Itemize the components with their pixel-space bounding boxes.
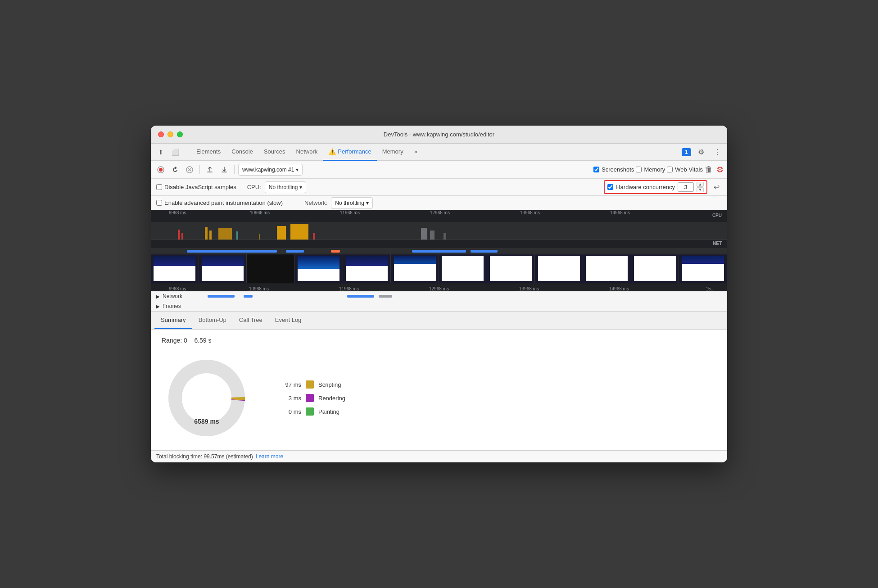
screenshot-7 — [439, 254, 487, 283]
clear-button[interactable] — [183, 163, 196, 176]
network-row: ▶ Network — [151, 291, 727, 301]
blabel-14968: 14968 ms — [609, 286, 629, 291]
tab-summary[interactable]: Summary — [154, 311, 192, 329]
settings-row: Disable JavaScript samples CPU: No throt… — [151, 179, 727, 196]
target-selector[interactable]: www.kapwing.com #1 ▾ — [238, 164, 303, 176]
disable-js-input[interactable] — [156, 184, 162, 190]
screenshot-10 — [583, 254, 631, 283]
net-label-row: NET — [151, 240, 727, 248]
hw-reset-button[interactable]: ↩ — [711, 182, 722, 193]
rendering-label: Rendering — [318, 395, 345, 402]
hw-decrement-button[interactable]: ▼ — [697, 187, 704, 192]
devtools-tab-bar: ⬆ ⬜ Elements Console Sources Network ⚠️ … — [151, 144, 727, 161]
tab-memory[interactable]: Memory — [377, 144, 409, 161]
hw-concurrency-input[interactable] — [678, 182, 694, 192]
tab-console[interactable]: Console — [226, 144, 258, 161]
cpu-bar-8 — [277, 226, 286, 240]
target-label: www.kapwing.com #1 — [242, 167, 294, 173]
web-vitals-checkbox-input[interactable] — [667, 167, 673, 172]
legend-scripting: 97 ms Scripting — [279, 380, 345, 389]
cpu-throttle-select[interactable]: No throttling ▾ — [265, 181, 307, 193]
delete-icon[interactable]: 🗑 — [705, 165, 713, 174]
record-button[interactable] — [154, 163, 167, 176]
network-expand-icon[interactable]: ▶ — [156, 294, 160, 299]
hw-increment-button[interactable]: ▲ — [697, 182, 704, 187]
window-title: DevTools - www.kapwing.com/studio/editor — [384, 131, 494, 138]
scripting-swatch — [306, 380, 314, 389]
settings-row-2: Enable advanced paint instrumentation (s… — [151, 196, 727, 210]
tab-event-log[interactable]: Event Log — [269, 311, 308, 329]
net-mini-1 — [208, 295, 235, 298]
timeline-top-labels: 9968 ms 10968 ms 11968 ms 12968 ms 13968… — [151, 210, 727, 222]
tab-call-tree[interactable]: Call Tree — [233, 311, 269, 329]
cpu-bar-1 — [178, 230, 180, 240]
pie-center-value: 6589 ms — [194, 418, 219, 425]
network-chevron: ▾ — [366, 200, 369, 206]
summary-legend: 97 ms Scripting 3 ms Rendering 0 ms Pain… — [279, 380, 345, 416]
settings-active-icon[interactable]: ⚙ — [716, 165, 724, 175]
painting-swatch — [306, 407, 314, 416]
svg-point-1 — [159, 168, 163, 172]
screenshot-11 — [631, 254, 679, 283]
timeline-bottom-labels: 9968 ms 10968 ms 11968 ms 12968 ms 13968… — [151, 283, 727, 291]
cursor-icon[interactable]: ⬆ — [154, 146, 167, 158]
scripting-value: 97 ms — [279, 381, 301, 388]
status-text: Total blocking time: 99.57ms (estimated) — [156, 453, 253, 460]
tab-performance[interactable]: ⚠️ Performance — [323, 144, 376, 161]
network-throttle-select[interactable]: No throttling ▾ — [331, 197, 373, 209]
hw-concurrency-checkbox[interactable] — [607, 184, 613, 190]
timeline-area: 9968 ms 10968 ms 11968 ms 12968 ms 13968… — [151, 210, 727, 291]
bottom-tab-bar: Summary Bottom-Up Call Tree Event Log — [151, 312, 727, 330]
tab-sources[interactable]: Sources — [258, 144, 291, 161]
enable-paint-checkbox: Enable advanced paint instrumentation (s… — [156, 199, 283, 206]
close-button[interactable] — [158, 131, 164, 137]
net-track-label: NET — [713, 241, 722, 246]
screenshot-8 — [487, 254, 535, 283]
tab-overflow[interactable]: » — [409, 144, 423, 161]
enable-paint-input[interactable] — [156, 200, 162, 206]
more-options-icon[interactable]: ⋮ — [711, 146, 724, 158]
device-icon[interactable]: ⬜ — [169, 146, 181, 158]
minimize-button[interactable] — [167, 131, 173, 137]
label-13968: 13968 ms — [520, 210, 540, 215]
upload-button[interactable] — [204, 163, 216, 176]
main-panel: ▶ Network ▶ Frames — [151, 291, 727, 312]
settings-icon[interactable]: ⚙ — [695, 146, 707, 158]
screenshot-2 — [199, 254, 247, 283]
summary-panel: Range: 0 – 6.59 s 6589 ms 97 ms — [151, 330, 727, 450]
legend-painting: 0 ms Painting — [279, 407, 345, 416]
cpu-bar-7 — [259, 234, 260, 240]
disable-js-label: Disable JavaScript samples — [164, 184, 236, 190]
notification-badge[interactable]: 1 — [682, 148, 691, 156]
rendering-value: 3 ms — [279, 395, 301, 402]
memory-checkbox: Memory — [636, 166, 665, 173]
enable-paint-label: Enable advanced paint instrumentation (s… — [164, 199, 283, 206]
screenshots-checkbox-input[interactable] — [593, 167, 599, 172]
blabel-13968: 13968 ms — [519, 286, 539, 291]
hw-concurrency-row: Hardware concurrency ▲ ▼ ↩ — [604, 180, 722, 194]
download-button[interactable] — [218, 163, 231, 176]
reload-button[interactable] — [169, 163, 181, 176]
tab-network[interactable]: Network — [291, 144, 323, 161]
tab-elements[interactable]: Elements — [191, 144, 226, 161]
label-12968: 12968 ms — [430, 210, 450, 215]
performance-toolbar: www.kapwing.com #1 ▾ Screenshots Memory … — [151, 161, 727, 179]
net-bar-2 — [286, 250, 304, 253]
maximize-button[interactable] — [177, 131, 183, 137]
screenshots-label: Screenshots — [602, 166, 634, 173]
screenshot-6 — [391, 254, 439, 283]
rendering-swatch — [306, 394, 314, 402]
painting-label: Painting — [318, 408, 339, 415]
cpu-bar-9 — [290, 224, 308, 240]
net-mini-2 — [244, 295, 253, 298]
learn-more-link[interactable]: Learn more — [256, 453, 283, 460]
tab-bottom-up[interactable]: Bottom-Up — [192, 311, 233, 329]
cpu-bar-13 — [444, 233, 446, 240]
memory-checkbox-input[interactable] — [636, 167, 642, 172]
cpu-track-label: CPU — [712, 213, 722, 218]
net-bar-4 — [412, 250, 466, 253]
net-mini-4 — [379, 295, 392, 298]
frames-expand-icon[interactable]: ▶ — [156, 304, 160, 309]
cpu-bar-11 — [421, 228, 427, 240]
network-value: No throttling — [335, 200, 364, 206]
